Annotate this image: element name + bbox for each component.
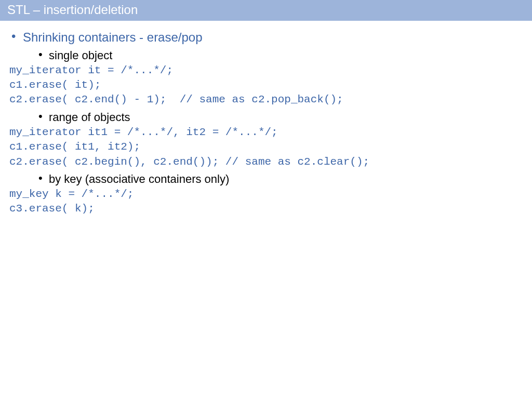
bullet-level-2: by key (associative containers only) [0,170,532,187]
slide-title-bar: STL – insertion/deletion [0,0,532,21]
bullet-level-1: Shrinking containers - erase/pop [0,27,532,47]
bullet-level-2: range of objects [0,109,532,125]
code-block: my_iterator it1 = /*...*/, it2 = /*...*/… [0,125,532,170]
subheading-text: single object [49,49,112,62]
code-block: my_iterator it = /*...*/; c1.erase( it);… [0,63,532,109]
slide-content: Shrinking containers - erase/pop single … [0,21,532,218]
heading-text: Shrinking containers - erase/pop [23,30,203,44]
slide-title: STL – insertion/deletion [7,3,138,17]
code-block: my_key k = /*...*/; c3.erase( k); [0,187,532,218]
subheading-text: range of objects [49,111,130,124]
bullet-level-2: single object [0,47,532,63]
subheading-text: by key (associative containers only) [49,172,229,185]
